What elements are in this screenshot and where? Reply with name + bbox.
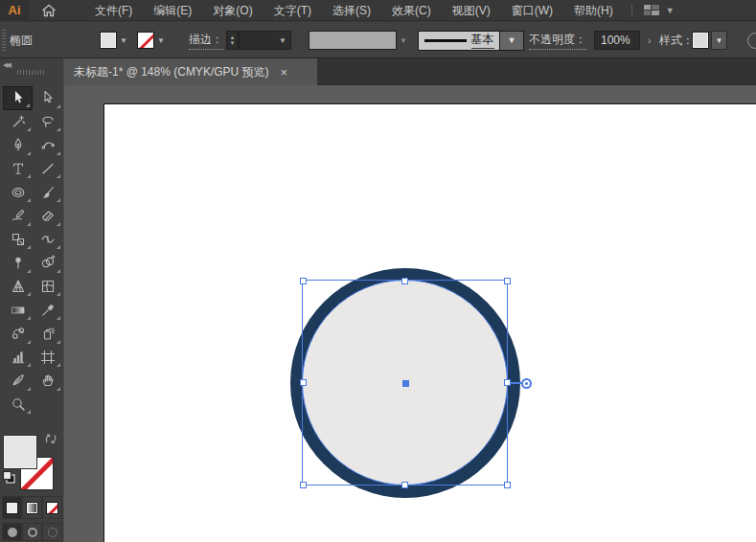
tool-lasso[interactable]: [33, 110, 62, 134]
style-chevron-down-icon[interactable]: ▼: [711, 31, 727, 50]
tool-symbol-sprayer[interactable]: [33, 322, 62, 346]
menu-item-5[interactable]: 选择(S): [322, 0, 381, 21]
selection-handle-top-center[interactable]: [401, 278, 408, 284]
width-profile-chevron-down-icon[interactable]: ▼: [400, 36, 407, 45]
tool-blend[interactable]: [3, 322, 33, 346]
fill-color-swatch[interactable]: [100, 32, 117, 49]
tool-zoom[interactable]: [3, 393, 33, 417]
tool-column-graph[interactable]: [3, 346, 33, 370]
workspace-chevron-down-icon[interactable]: ▼: [666, 6, 675, 15]
gradient-fill-button[interactable]: [22, 496, 42, 519]
draw-behind-button[interactable]: [22, 523, 42, 541]
fill-swatch-indicator[interactable]: [4, 436, 36, 468]
selection-handle-bottom-right[interactable]: [504, 482, 511, 488]
stroke-panel-link[interactable]: 描边：: [189, 32, 223, 50]
canvas-area[interactable]: [64, 85, 756, 542]
selection-handle-bottom-left[interactable]: [300, 482, 307, 488]
menu-item-4[interactable]: 文字(T): [263, 0, 322, 21]
tool-puppet-warp[interactable]: [3, 251, 33, 275]
menu-item-1[interactable]: 文件(F): [84, 0, 143, 21]
tool-selection[interactable]: [3, 86, 33, 110]
tool-eraser[interactable]: [33, 204, 62, 228]
tool-knife[interactable]: [3, 369, 33, 393]
tool-mesh[interactable]: [33, 275, 62, 299]
selection-handle-middle-right[interactable]: [504, 379, 511, 386]
menu-item-3[interactable]: 对象(O): [202, 0, 263, 21]
control-panel-menu-icon[interactable]: [747, 33, 756, 49]
tool-paintbrush[interactable]: [33, 180, 62, 204]
tool-perspective-grid[interactable]: [3, 275, 33, 299]
tool-panel: ◂◂: [0, 58, 64, 542]
menu-item-8[interactable]: 窗口(W): [501, 0, 563, 21]
stroke-color-swatch-none[interactable]: [137, 32, 154, 49]
swap-fill-stroke-icon[interactable]: [44, 433, 57, 445]
workspace-switcher-icon[interactable]: [644, 5, 660, 16]
tool-type[interactable]: [3, 157, 33, 181]
opacity-more-icon[interactable]: ›: [648, 35, 651, 46]
brush-definition-select[interactable]: 基本 ▼: [418, 31, 524, 51]
tool-flyout-icon: [27, 245, 31, 249]
tool-eyedropper[interactable]: [33, 298, 62, 322]
menu-item-9[interactable]: 帮助(H): [563, 0, 624, 21]
tool-flyout-icon: [27, 198, 31, 202]
none-fill-button[interactable]: [42, 496, 62, 519]
selection-bounding-box[interactable]: [302, 280, 508, 486]
tool-flyout-icon: [57, 245, 60, 249]
selection-handle-top-left[interactable]: [300, 278, 307, 284]
menu-item-7[interactable]: 视图(V): [442, 0, 501, 21]
selection-handle-top-right[interactable]: [504, 278, 511, 284]
selection-center-point[interactable]: [402, 380, 409, 387]
tool-scale[interactable]: [3, 228, 33, 252]
tool-flyout-icon: [57, 316, 60, 320]
tool-shape-builder[interactable]: [33, 251, 62, 275]
style-swatch[interactable]: [692, 32, 709, 49]
menu-item-2[interactable]: 编辑(E): [143, 0, 202, 21]
tool-curvature[interactable]: [33, 133, 62, 157]
tool-hand[interactable]: [33, 369, 62, 393]
collapse-panel-icon[interactable]: ◂◂: [3, 58, 10, 71]
tool-panel-grip[interactable]: [17, 70, 46, 75]
tool-width[interactable]: [33, 228, 62, 252]
tool-flyout-icon: [57, 363, 60, 367]
opacity-panel-link[interactable]: 不透明度：: [529, 32, 586, 50]
tool-flyout-icon: [27, 363, 31, 367]
width-profile-field[interactable]: [309, 31, 397, 50]
document-title: 未标题-1* @ 148% (CMYK/GPU 预览): [74, 64, 269, 80]
tool-line-segment[interactable]: [33, 157, 62, 181]
tool-flyout-icon: [57, 387, 60, 391]
tool-flyout-icon: [27, 340, 31, 344]
document-tab[interactable]: 未标题-1* @ 148% (CMYK/GPU 预览) ×: [64, 58, 317, 85]
live-shape-widget-icon[interactable]: [521, 378, 532, 389]
menu-item-6[interactable]: 效果(C): [381, 0, 442, 21]
app-logo[interactable]: Ai: [0, 0, 29, 21]
tool-gradient[interactable]: [3, 298, 33, 322]
menu-bar: Ai 文件(F)编辑(E)对象(O)文字(T)选择(S)效果(C)视图(V)窗口…: [0, 0, 756, 21]
style-label: 样式：: [659, 33, 694, 49]
control-bar-grip[interactable]: [2, 30, 6, 51]
tool-magic-wand[interactable]: [3, 110, 33, 134]
selection-handle-bottom-center[interactable]: [401, 482, 408, 488]
tool-flyout-icon: [27, 151, 31, 155]
tool-ellipse[interactable]: [3, 180, 33, 204]
default-fill-stroke-icon[interactable]: [2, 470, 16, 485]
tool-flyout-icon: [27, 316, 31, 320]
selection-handle-middle-left[interactable]: [300, 379, 307, 386]
stroke-weight-stepper[interactable]: ▲▼: [226, 31, 239, 50]
tool-pen[interactable]: [3, 133, 33, 157]
tool-artboard[interactable]: [33, 346, 62, 370]
brush-chevron-down-icon[interactable]: ▼: [499, 32, 523, 50]
close-tab-icon[interactable]: ×: [281, 66, 288, 79]
stroke-weight-select[interactable]: ▼: [239, 31, 291, 50]
draw-inside-button[interactable]: [42, 523, 62, 541]
opacity-input[interactable]: 100%: [594, 31, 640, 50]
fill-chevron-down-icon[interactable]: ▼: [120, 36, 127, 45]
tool-shaper[interactable]: [3, 204, 33, 228]
tool-flyout-icon: [26, 103, 30, 107]
tool-direct-selection[interactable]: [33, 86, 62, 110]
draw-normal-button[interactable]: [2, 523, 22, 541]
color-fill-button[interactable]: [2, 496, 22, 519]
stroke-weight-chevron-down-icon[interactable]: ▼: [279, 36, 286, 45]
tool-flyout-icon: [27, 222, 31, 226]
stroke-chevron-down-icon[interactable]: ▼: [157, 36, 165, 45]
home-icon[interactable]: [34, 0, 63, 21]
